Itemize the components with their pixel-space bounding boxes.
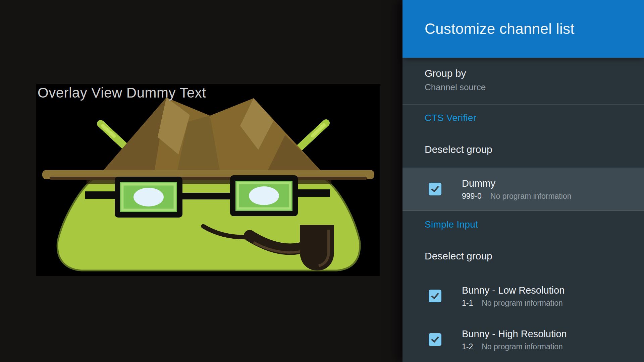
overlay-view: Overlay View Dummy Text xyxy=(36,84,380,276)
checkbox-checked[interactable] xyxy=(429,290,441,302)
panel-header: Customize channel list xyxy=(402,0,644,58)
channel-title: Dummy xyxy=(462,177,571,189)
check-icon xyxy=(430,291,440,301)
overlay-text: Overlay View Dummy Text xyxy=(38,85,206,101)
tv-screen: Overlay View Dummy Text Customize channe… xyxy=(0,0,644,362)
channel-program-info: No program information xyxy=(482,342,563,352)
channel-text: Bunny - High Resolution 1-2 No program i… xyxy=(462,328,567,352)
section-header-simple-input: Simple Input xyxy=(402,211,644,238)
check-icon xyxy=(430,335,440,345)
channel-row-bunny-low[interactable]: Bunny - Low Resolution 1-1 No program in… xyxy=(402,274,644,318)
channel-program-info: No program information xyxy=(490,191,572,201)
customize-channel-panel: Customize channel list Group by Channel … xyxy=(402,0,644,362)
broadcast-background: Overlay View Dummy Text xyxy=(0,0,402,362)
channel-title: Bunny - Low Resolution xyxy=(462,284,565,296)
channel-row-bunny-high[interactable]: Bunny - High Resolution 1-2 No program i… xyxy=(402,318,644,361)
channel-text: Dummy 999-0 No program information xyxy=(462,177,571,201)
checkbox-checked[interactable] xyxy=(429,333,441,346)
deselect-group-button-cts[interactable]: Deselect group xyxy=(402,131,644,168)
channel-number: 1-1 xyxy=(462,298,473,308)
panel-body: Group by Channel source CTS Verifier Des… xyxy=(402,58,644,361)
channel-number: 1-2 xyxy=(462,342,473,352)
group-by-label: Group by xyxy=(425,66,637,80)
section-header-cts-verifier: CTS Verifier xyxy=(402,105,644,131)
channel-subtitle: 1-2 No program information xyxy=(462,342,567,352)
android-detective-image xyxy=(36,84,380,276)
channel-subtitle: 999-0 No program information xyxy=(462,191,571,201)
channel-program-info: No program information xyxy=(482,298,563,308)
channel-number: 999-0 xyxy=(462,191,482,201)
channel-title: Bunny - High Resolution xyxy=(462,328,567,340)
group-by-item[interactable]: Group by Channel source xyxy=(402,58,644,104)
group-by-value: Channel source xyxy=(425,81,637,93)
check-icon xyxy=(430,184,440,194)
channel-text: Bunny - Low Resolution 1-1 No program in… xyxy=(462,284,565,308)
channel-row-dummy[interactable]: Dummy 999-0 No program information xyxy=(402,168,644,211)
channel-subtitle: 1-1 No program information xyxy=(462,298,565,308)
page-title: Customize channel list xyxy=(425,20,575,37)
deselect-group-button-simple-input[interactable]: Deselect group xyxy=(402,238,644,274)
checkbox-checked[interactable] xyxy=(429,183,441,195)
